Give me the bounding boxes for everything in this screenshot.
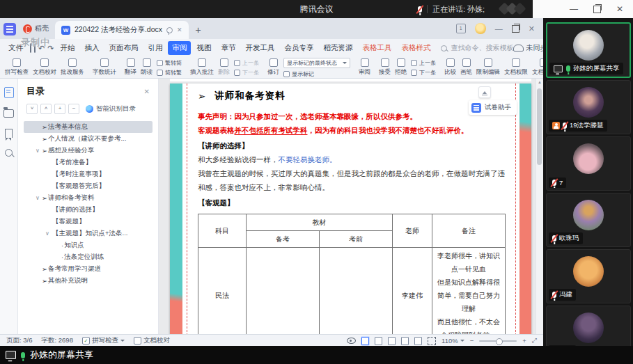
document-page[interactable]: ➢讲师和备考资料 事先声明：因为只参加过一次，选老师基本靠眼缘，所以仅供参考。 …: [170, 84, 531, 334]
outline-item[interactable]: ➢个人情况（建议不要参考...: [24, 133, 153, 145]
outline-plus-icon[interactable]: +: [54, 104, 65, 114]
eye-protection-icon[interactable]: [347, 338, 356, 344]
folder-icon[interactable]: [3, 109, 14, 118]
sync-status[interactable]: 未同步: [513, 43, 547, 53]
command-search[interactable]: 查找命令、搜索模板: [441, 43, 513, 53]
doc-auth-button[interactable]: 文档认证: [530, 58, 543, 77]
scrollbar-thumb[interactable]: [537, 88, 542, 165]
participant-tile[interactable]: 孙姝的屏幕共享: [546, 22, 631, 78]
track-changes-button[interactable]: 修订: [265, 58, 281, 77]
pin-icon[interactable]: [166, 27, 173, 33]
new-tab-button[interactable]: +: [196, 25, 201, 35]
web-view-icon[interactable]: [401, 337, 409, 345]
window-split-icon[interactable]: 1: [456, 24, 466, 33]
restrict-edit-button[interactable]: 限制编辑: [474, 58, 502, 77]
read-view-icon[interactable]: [388, 337, 396, 345]
menu-page-layout[interactable]: 页面布局: [104, 41, 142, 55]
outline-item[interactable]: 【考时注意事项】: [24, 168, 153, 180]
outline-item[interactable]: 【讲师的选择】: [24, 204, 153, 216]
proofread-toggle[interactable]: 文档校对: [134, 336, 170, 345]
show-markup-button[interactable]: 显示标记: [283, 70, 350, 78]
outline-expand-icon[interactable]: ˅: [26, 104, 38, 114]
outline-item[interactable]: 【客观题答完后】: [24, 180, 153, 192]
grading-service-button[interactable]: 批改服务: [58, 58, 86, 77]
outline-item[interactable]: 【考前准备】: [24, 157, 153, 168]
menu-docer-resources[interactable]: 稻壳资源: [319, 41, 357, 55]
menu-references[interactable]: 引用: [143, 41, 166, 55]
menu-dev-tools[interactable]: 开发工具: [241, 41, 279, 55]
outline-item[interactable]: 【客观题】: [24, 216, 153, 228]
zoom-slider[interactable]: [479, 340, 517, 342]
prev-comment-button[interactable]: 上一条: [234, 59, 259, 67]
insert-comment-button[interactable]: 插入批注: [188, 58, 216, 77]
restore-button[interactable]: [593, 6, 601, 13]
vertical-scrollbar[interactable]: ▲: [536, 79, 543, 334]
outline-close-icon[interactable]: ✕: [144, 88, 150, 95]
menu-home[interactable]: 开始: [56, 41, 79, 55]
spell-check-button[interactable]: 拼写检查: [3, 58, 31, 77]
next-change-button[interactable]: 下一条: [411, 69, 436, 77]
zoom-slider-knob[interactable]: [496, 338, 503, 345]
menu-member[interactable]: 会员专享: [280, 41, 318, 55]
menu-view[interactable]: 视图: [192, 41, 215, 55]
tab-close-icon[interactable]: ✕: [177, 26, 182, 33]
participant-tile[interactable]: 冯建: [546, 249, 631, 303]
translate-button[interactable]: 翻译: [123, 58, 139, 77]
outline-item[interactable]: ∨【主观题】知识点+法条...: [24, 228, 153, 239]
participant-tile[interactable]: 欧珠玛: [546, 193, 631, 247]
outline-collapse-icon[interactable]: ˄: [40, 104, 52, 114]
proofread-button[interactable]: 文档校对: [31, 58, 58, 77]
menu-section[interactable]: 章节: [217, 41, 240, 55]
spell-check-toggle[interactable]: ✓ 拼写检查: [82, 336, 125, 345]
wps-restore-button[interactable]: [512, 25, 519, 33]
zoom-in-button[interactable]: +: [522, 337, 526, 345]
wps-home-icon[interactable]: [3, 23, 16, 35]
close-button[interactable]: ✕: [616, 4, 623, 14]
fit-page-icon[interactable]: [428, 337, 436, 345]
outline-item[interactable]: ➢其他补充说明: [24, 275, 153, 287]
ink-view-icon[interactable]: [414, 337, 422, 345]
delete-comment-button[interactable]: 删除: [216, 58, 232, 77]
word-count-button[interactable]: 字数统计: [91, 58, 118, 77]
smart-outline-button[interactable]: 智能识别目录: [86, 104, 136, 113]
reject-button[interactable]: 拒绝: [393, 58, 409, 77]
review-mode-button[interactable]: 审阅: [357, 58, 373, 77]
menu-review[interactable]: 审阅: [168, 41, 191, 55]
next-comment-button[interactable]: 下一条: [234, 69, 259, 77]
wps-close-button[interactable]: ✕: [529, 24, 535, 33]
accept-button[interactable]: 接受: [377, 58, 393, 77]
nav-pane-icon[interactable]: [4, 87, 14, 98]
bookmark-icon[interactable]: [5, 129, 13, 138]
minimize-button[interactable]: —: [570, 4, 578, 14]
menu-table-tools[interactable]: 表格工具: [358, 41, 396, 55]
compare-button[interactable]: 比较: [442, 58, 458, 77]
trad-to-simp-button[interactable]: 繁转简: [157, 59, 182, 67]
participant-tile[interactable]: 19法学滕慧: [546, 80, 631, 134]
scroll-up-icon[interactable]: ▲: [536, 79, 543, 84]
zoom-level[interactable]: 110%: [441, 337, 464, 345]
outline-item[interactable]: ∨➢讲师和备考资料: [24, 192, 153, 204]
exam-assistant-button[interactable]: 试卷助手: [469, 100, 517, 115]
zoom-out-button[interactable]: −: [470, 337, 474, 345]
page-view-icon[interactable]: [361, 337, 369, 345]
account-avatar[interactable]: [475, 23, 486, 34]
menu-insert[interactable]: 插入: [80, 41, 103, 55]
prev-change-button[interactable]: 上一条: [411, 59, 436, 67]
outline-item[interactable]: ∨➢感想及经验分享: [24, 145, 153, 157]
doc-permission-button[interactable]: 文档权限: [502, 58, 530, 77]
outline-minus-icon[interactable]: −: [68, 104, 79, 114]
simp-to-trad-button[interactable]: 简转繁: [157, 69, 182, 77]
sidebar-collapse-button[interactable]: [478, 86, 491, 98]
find-icon[interactable]: [5, 149, 13, 157]
outline-item[interactable]: ·知识点: [24, 239, 153, 251]
outline-item[interactable]: ·法条定位训练: [24, 251, 153, 263]
read-aloud-button[interactable]: 朗读: [139, 58, 155, 77]
fullscreen-icon[interactable]: ⤢: [532, 337, 537, 345]
pen-button[interactable]: 画笔: [458, 58, 474, 77]
tab-document[interactable]: W 220422 法考经验分享.docx ✕: [55, 21, 189, 39]
outline-item[interactable]: ➢备考常用学习渠道: [24, 263, 153, 275]
menu-table-style[interactable]: 表格样式: [397, 41, 435, 55]
wps-minimize-button[interactable]: —: [495, 24, 503, 33]
markup-state-select[interactable]: 显示标记的最终状态: [283, 58, 350, 68]
outline-item[interactable]: ➢法考基本信息: [24, 121, 153, 133]
